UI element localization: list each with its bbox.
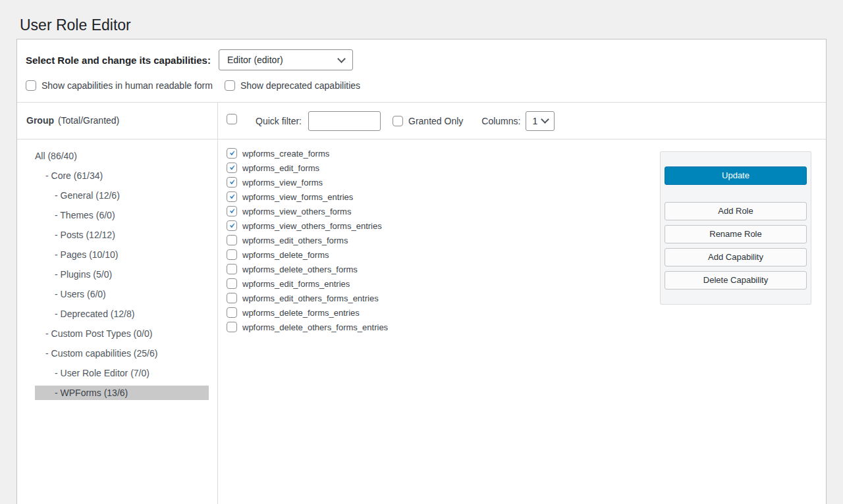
human-readable-checkbox[interactable] (26, 80, 36, 91)
group-item[interactable]: All (86/40) (35, 149, 209, 163)
capability-checkbox[interactable] (227, 220, 237, 231)
capabilities-column: Quick filter: Granted Only Columns: 1 wp… (218, 103, 826, 504)
capability-label: wpforms_view_others_forms (242, 207, 351, 216)
group-header-title: Group (26, 115, 54, 126)
group-item[interactable]: - Deprecated (12/8) (35, 307, 209, 321)
deprecated-option[interactable]: Show deprecated capabilities (225, 80, 360, 91)
content-columns: Group (Total/Granted) All (86/40)- Core … (17, 103, 826, 504)
add-role-button[interactable]: Add Role (665, 202, 807, 220)
capability-checkbox[interactable] (227, 307, 237, 318)
group-item[interactable]: - Core (61/34) (35, 168, 209, 183)
page-title: User Role Editor (20, 16, 131, 36)
human-readable-label: Show capabilities in human readable form (41, 80, 213, 91)
delete-capability-button[interactable]: Delete Capability (665, 271, 807, 290)
capability-checkbox[interactable] (227, 249, 237, 260)
capability-label: wpforms_delete_others_forms (242, 265, 358, 274)
granted-only-label: Granted Only (408, 116, 463, 126)
group-item[interactable]: - General (12/6) (35, 188, 209, 203)
capability-checkbox[interactable] (227, 235, 237, 245)
group-list: All (86/40)- Core (61/34)- General (12/6… (17, 139, 217, 400)
capability-label: wpforms_edit_others_forms_entries (242, 293, 379, 303)
capability-checkbox[interactable] (227, 191, 237, 202)
group-header-suffix: (Total/Granted) (58, 115, 119, 126)
columns-select[interactable]: 1 (526, 111, 555, 131)
add-capability-button[interactable]: Add Capability (665, 248, 807, 266)
capability-label: wpforms_delete_forms_entries (242, 308, 360, 318)
role-select-value: Editor (editor) (227, 55, 283, 65)
check-icon (227, 191, 236, 202)
check-icon (227, 148, 236, 159)
capability-checkbox[interactable] (227, 206, 237, 216)
capability-checkbox[interactable] (227, 278, 237, 289)
actions-panel: Update Add Role Rename Role Add Capabili… (660, 151, 811, 305)
group-item[interactable]: - Users (6/0) (35, 287, 209, 301)
group-item[interactable]: - Custom Post Types (0/0) (35, 326, 209, 341)
group-item[interactable]: - User Role Editor (7/0) (35, 366, 209, 380)
capability-row: wpforms_delete_others_forms_entries (227, 322, 817, 332)
columns-select-value: 1 (532, 116, 537, 126)
columns-label: Columns: (481, 116, 520, 126)
capability-label: wpforms_edit_others_forms (242, 236, 348, 245)
deprecated-checkbox[interactable] (225, 80, 235, 91)
capability-checkbox[interactable] (227, 264, 237, 274)
capability-checkbox[interactable] (227, 148, 237, 159)
group-item[interactable]: - Posts (12/12) (35, 228, 209, 242)
capability-label: wpforms_create_forms (242, 149, 329, 159)
group-item[interactable]: - Themes (6/0) (35, 208, 209, 222)
check-icon (227, 177, 236, 188)
role-selector-row: Select Role and change its capabilities:… (26, 49, 817, 70)
human-readable-option[interactable]: Show capabilities in human readable form (26, 80, 213, 91)
role-select[interactable]: Editor (editor) (219, 49, 353, 70)
group-header: Group (Total/Granted) (17, 103, 217, 139)
panel-header: Select Role and change its capabilities:… (17, 39, 826, 103)
filter-bar: Quick filter: Granted Only Columns: 1 (218, 103, 826, 139)
main-panel: Select Role and change its capabilities:… (16, 39, 827, 504)
check-icon (227, 206, 236, 216)
group-item[interactable]: - Plugins (5/0) (35, 267, 209, 282)
select-role-label: Select Role and change its capabilities: (26, 55, 211, 66)
capability-checkbox[interactable] (227, 293, 237, 303)
group-item[interactable]: - Custom capabilities (25/6) (35, 346, 209, 361)
capability-label: wpforms_edit_forms (242, 163, 319, 173)
capability-row: wpforms_delete_forms_entries (227, 307, 817, 318)
granted-only-checkbox[interactable] (393, 116, 403, 126)
capability-label: wpforms_delete_forms (242, 250, 329, 260)
select-all-checkbox[interactable] (227, 114, 237, 124)
check-icon (227, 163, 236, 173)
rename-role-button[interactable]: Rename Role (665, 225, 807, 243)
group-item[interactable]: - Pages (10/10) (35, 247, 209, 262)
chevron-down-icon (337, 55, 346, 63)
display-options-row: Show capabilities in human readable form… (26, 80, 817, 91)
group-column: Group (Total/Granted) All (86/40)- Core … (17, 103, 218, 504)
quick-filter-input[interactable] (308, 111, 381, 131)
deprecated-label: Show deprecated capabilities (240, 80, 360, 91)
capability-label: wpforms_delete_others_forms_entries (242, 322, 388, 332)
capability-label: wpforms_view_forms_entries (242, 192, 353, 202)
capability-checkbox[interactable] (227, 163, 237, 173)
check-icon (227, 220, 236, 231)
capability-checkbox[interactable] (227, 177, 237, 188)
group-item[interactable]: - WPForms (13/6) (35, 386, 209, 400)
capability-label: wpforms_edit_forms_entries (242, 279, 350, 289)
quick-filter-label: Quick filter: (256, 116, 302, 126)
update-button[interactable]: Update (665, 166, 807, 185)
chevron-down-icon (541, 115, 549, 124)
capability-label: wpforms_view_forms (242, 178, 323, 188)
capability-checkbox[interactable] (227, 322, 237, 332)
capability-label: wpforms_view_others_forms_entries (242, 221, 382, 231)
